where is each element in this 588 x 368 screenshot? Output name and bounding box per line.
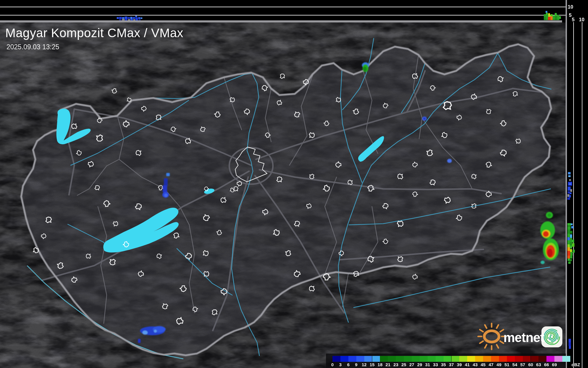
radar-echo-cell [541,261,545,264]
legend-tick-label: 15 [370,362,375,367]
profile-echo-pixel [567,194,569,197]
radar-echo-cell [163,185,167,192]
right-axis-label-10km: 10 [579,17,584,22]
profile-echo-pixel [571,226,574,228]
map-area [0,15,588,368]
legend-tick-label: 45 [481,362,486,367]
legend-swatch [404,356,412,362]
legend-swatch [507,356,515,362]
radar-echo-cell [423,117,426,120]
profile-echo-pixel [119,17,122,19]
profile-echo-pixel [544,17,546,20]
profile-echo-pixel [548,15,551,17]
legend-tick-label: 18 [378,362,383,367]
profile-echo-pixel [570,249,572,252]
legend-tick-label: 60 [528,362,533,367]
profile-echo-pixel [570,192,571,194]
legend-swatch [332,356,340,362]
legend-tick-label: 23 [393,362,398,367]
profile-echo-pixel [569,195,571,197]
profile-echo-pixel [569,342,571,346]
profile-echo-pixel [117,17,119,19]
profile-echo-pixel [569,183,571,185]
legend-tick-label: 21 [386,362,391,367]
right-profile-strip [566,0,588,368]
radar-echo-cell [548,213,551,217]
radar-echo-cell [154,330,157,333]
legend-swatch [380,356,388,362]
profile-echo-pixel [567,240,570,244]
legend-tick-label: 29 [417,362,422,367]
legend-swatch [531,356,539,362]
legend-swatch [356,356,364,362]
radar-echo-cell [164,178,168,186]
profile-echo-pixel [141,17,142,19]
profile-echo-pixel [546,13,548,15]
profile-echo-pixel [546,11,547,13]
legend-swatch [515,356,523,362]
legend-swatch [459,356,467,362]
legend-swatch [491,356,499,362]
legend-tick-label: 54 [512,362,517,367]
dbz-legend: 0369121518212325272931333537394143454749… [326,354,566,368]
profile-echo-pixel [548,17,551,20]
legend-swatch [523,356,531,362]
legend-swatch [554,356,562,362]
legend-tick-label: 49 [497,362,502,367]
profile-echo-pixel [557,15,559,17]
legend-tick-label: 41 [465,362,470,367]
radar-app-window: Magyar Kompozit CMax / VMax 2025.09.03 1… [0,0,588,368]
legend-tick-label: 39 [457,362,462,367]
legend-swatch [396,356,404,362]
radar-echo-cell [164,194,168,197]
legend-tick-label: 66 [544,362,549,367]
profile-echo-pixel [570,259,572,261]
profile-echo-pixel [557,17,559,20]
profile-echo-pixel [551,14,553,16]
legend-swatch [428,356,436,362]
profile-echo-pixel [570,256,572,259]
profile-echo-pixel [570,242,572,246]
profile-echo-pixel [570,189,572,192]
profile-echo-pixel [567,226,571,230]
profile-echo-pixel [572,243,574,247]
profile-echo-pixel [567,251,570,256]
legend-tick-label: 69 [552,362,557,367]
metnet-logo-text: metnet [503,330,544,345]
profile-echo-pixel [551,16,553,20]
legend-tick-label: 51 [504,362,509,367]
profile-echo-pixel [567,223,571,226]
radar-echo-cell [166,173,170,176]
legend-swatch [538,356,546,362]
profile-echo-pixel [568,259,570,261]
profile-echo-pixel [555,13,557,16]
profile-echo-pixel [133,17,135,19]
profile-echo-pixel [568,187,571,191]
profile-echo-pixel [135,16,137,17]
profile-echo-pixel [568,191,570,194]
profile-echo-pixel [569,179,571,181]
legend-tick-label: 25 [401,362,406,367]
radar-echo-cell [547,249,553,257]
profile-echo-pixel [571,223,573,225]
legend-tick-label: 43 [473,362,478,367]
profile-echo-pixel [568,172,571,174]
top-profile-strip [0,0,567,22]
profile-echo-pixel [572,240,574,243]
profile-echo-pixel [122,17,124,19]
legend-swatch [436,356,444,362]
profile-echo-pixel [567,237,570,240]
profile-echo-pixel [567,234,570,237]
legend-swatch [348,356,356,362]
legend-tick-label: 33 [433,362,438,367]
right-axis-label-5km: 5 [572,17,574,22]
legend-tick-label: 0 [331,362,334,367]
legend-swatch [483,356,491,362]
profile-echo-pixel [555,16,557,20]
profile-echo-pixel [567,256,570,259]
profile-echo-pixel [570,246,572,248]
legend-swatch [364,356,372,362]
profile-echo-pixel [567,247,570,251]
legend-tick-label: 12 [362,362,367,367]
legend-swatch [475,356,483,362]
